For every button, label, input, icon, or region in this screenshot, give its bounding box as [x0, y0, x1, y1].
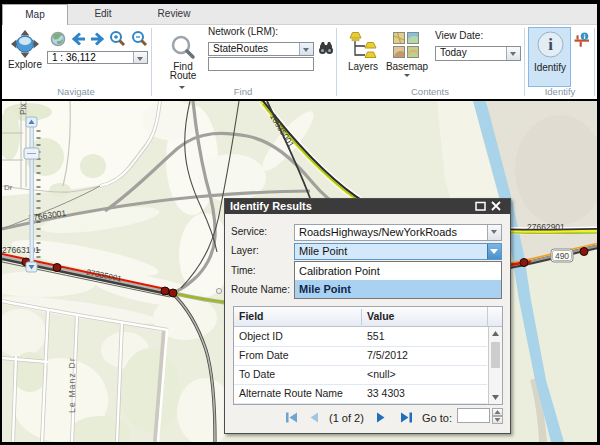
svg-text:27663101: 27663101: [2, 245, 40, 255]
svg-text:27662901: 27662901: [527, 222, 565, 232]
svg-text:Le Manz Dr: Le Manz Dr: [67, 357, 77, 413]
svg-text:Pix: Pix: [18, 102, 28, 115]
svg-text:Dr: Dr: [4, 183, 13, 192]
svg-text:490: 490: [555, 251, 569, 261]
svg-text:i: i: [548, 35, 553, 54]
